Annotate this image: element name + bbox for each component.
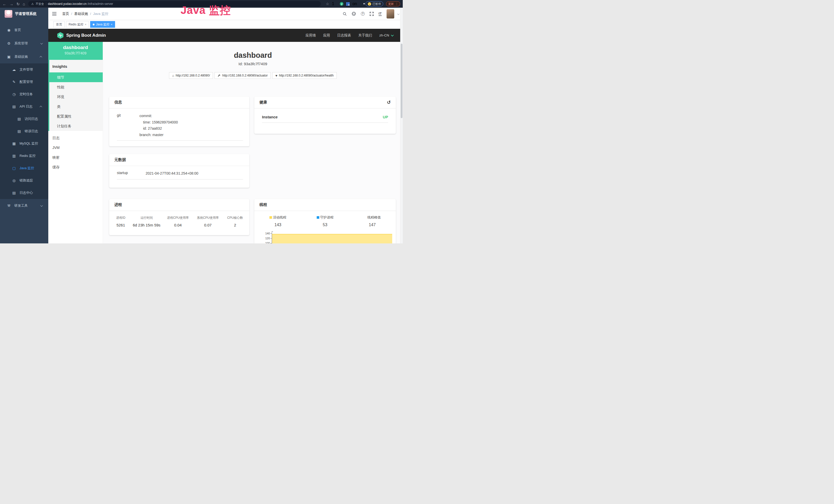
user-menu-caret-icon[interactable] bbox=[397, 13, 399, 15]
sidebar-item-file-mgmt[interactable]: ☁ 文件管理 bbox=[0, 63, 48, 76]
github-icon[interactable] bbox=[352, 12, 356, 16]
sba-menu-metrics[interactable]: 性能 bbox=[49, 82, 103, 92]
sba-sidebar: dashboard 93a3fc7f7409 Insights 细节 性能 环境… bbox=[48, 42, 103, 244]
admin-sidebar: 芋道管理系统 ◉ 首页 ⚙ 系统管理 ▣ 基础设施 ☁ 文件管理 bbox=[0, 8, 48, 244]
close-icon[interactable]: × bbox=[85, 23, 86, 26]
search-icon[interactable] bbox=[343, 12, 347, 16]
metadata-card-title: 元数据 bbox=[109, 154, 249, 166]
threads-area-fill bbox=[272, 234, 392, 244]
browser-back-icon[interactable]: ← bbox=[3, 2, 6, 6]
sba-menu-logs[interactable]: 日志 bbox=[48, 133, 103, 143]
security-label: 不安全 bbox=[36, 2, 44, 6]
sidebar-item-home[interactable]: ◉ 首页 bbox=[0, 23, 48, 37]
sidebar-item-log-center[interactable]: ▤ 日志中心 bbox=[0, 187, 48, 199]
sidebar-item-scheduled-jobs[interactable]: ◷ 定时任务 bbox=[0, 88, 48, 100]
instance-header: dashboard 93a3fc7f7409 bbox=[48, 42, 103, 60]
sidebar-item-error-log[interactable]: ▤ 错误日志 bbox=[0, 125, 48, 137]
sidebar-item-java-monitor[interactable]: ▢ Java 监控 bbox=[0, 162, 48, 174]
process-pid: 5261 bbox=[111, 223, 130, 227]
sba-nav-about[interactable]: 关于我们 bbox=[358, 33, 372, 38]
health-instance-row[interactable]: Instance UP bbox=[262, 109, 388, 123]
close-icon[interactable]: × bbox=[111, 23, 112, 26]
tag-home[interactable]: 首页 bbox=[53, 21, 65, 28]
health-card-title: 健康 ↺ bbox=[254, 96, 396, 109]
browser-reload-icon[interactable]: ↻ bbox=[17, 2, 20, 6]
extension-icon-1[interactable]: 1 bbox=[332, 2, 334, 6]
browser-update-button[interactable]: 更新 ⋮ bbox=[386, 1, 400, 6]
fullscreen-icon[interactable] bbox=[370, 12, 374, 16]
threads-chart: 140 120 100 bbox=[272, 231, 392, 244]
help-icon[interactable]: ? bbox=[361, 12, 365, 16]
bookmark-star-icon[interactable]: ☆ bbox=[326, 2, 329, 6]
sba-menu-jvm[interactable]: JVM bbox=[48, 143, 103, 153]
sba-brand[interactable]: Spring Boot Admin bbox=[57, 32, 106, 39]
sba-menu-environment[interactable]: 环境 bbox=[49, 92, 103, 102]
sba-menu-details[interactable]: 细节 bbox=[49, 72, 103, 82]
extension-icon-5[interactable]: on bbox=[352, 2, 357, 6]
info-git-row: git commit: time: 1596289704000 id: 27aa… bbox=[109, 109, 249, 138]
tags-view-bar: 首页 Redis 监控 × Java 监控 × bbox=[48, 20, 403, 29]
process-table: 进程ID 运行时间 进程CPU使用率 系统CPU使用率 CPU核心数 5261 … bbox=[109, 211, 249, 227]
browser-forward-icon[interactable]: → bbox=[9, 2, 13, 6]
service-url-link[interactable]: ⌂ http://192.168.0.2:48080/ bbox=[169, 72, 213, 79]
sba-menu-classes[interactable]: 类 bbox=[49, 102, 103, 111]
browser-menu-icon[interactable]: ⋮ bbox=[395, 2, 398, 6]
history-icon[interactable]: ↺ bbox=[387, 100, 391, 105]
breadcrumb-current: Java 监控 bbox=[93, 12, 108, 16]
sba-menu-config-props[interactable]: 配置属性 bbox=[49, 111, 103, 121]
sba-nav-applications[interactable]: 应用 bbox=[323, 33, 330, 38]
sidebar-item-access-log[interactable]: ▤ 访问日志 bbox=[0, 113, 48, 125]
sba-menu-caches[interactable]: 缓存 bbox=[48, 162, 103, 172]
metadata-value: 2021-04-27T00:44:31.254+08:00 bbox=[146, 170, 198, 177]
log-icon: ▤ bbox=[12, 105, 16, 109]
tag-java-monitor[interactable]: Java 监控 × bbox=[90, 21, 115, 28]
breadcrumb-infra[interactable]: 基础设施 bbox=[74, 12, 88, 16]
active-dot-icon bbox=[93, 24, 94, 25]
legend-swatch-yellow bbox=[269, 216, 272, 219]
legend-daemon-threads: 守护进程 53 bbox=[302, 215, 349, 227]
eye-icon: ◎ bbox=[12, 179, 16, 183]
breadcrumb-home[interactable]: 首页 bbox=[62, 12, 69, 16]
sba-nav-wallboard[interactable]: 应用墙 bbox=[305, 33, 316, 38]
extension-icon-3[interactable]: y bbox=[340, 2, 344, 6]
scrollbar-thumb[interactable] bbox=[401, 44, 402, 118]
browser-home-icon[interactable]: ⌂ bbox=[23, 2, 25, 6]
page-title: dashboard bbox=[103, 51, 403, 60]
sba-menu-mappings[interactable]: 映射 bbox=[48, 153, 103, 162]
actuator-url-link[interactable]: http://192.168.0.2:48080/actuator bbox=[215, 72, 271, 79]
profile-paused-chip[interactable]: 已暂停 bbox=[366, 1, 383, 6]
sba-nav-journal[interactable]: 日志报表 bbox=[337, 33, 351, 38]
sidebar-item-api-log[interactable]: ▤ API 日志 bbox=[0, 100, 48, 113]
home-icon: ⌂ bbox=[172, 74, 174, 77]
sba-menu-scheduled-tasks[interactable]: 计划任务 bbox=[49, 121, 103, 131]
sidebar-toggle-icon[interactable] bbox=[52, 12, 57, 16]
sidebar-item-redis-monitor[interactable]: ▥ Redis 监控 bbox=[0, 150, 48, 162]
sidebar-item-system[interactable]: ⚙ 系统管理 bbox=[0, 37, 48, 50]
sidebar-item-tracing[interactable]: ◎ 链路追踪 bbox=[0, 174, 48, 187]
monitor-icon: ▣ bbox=[7, 55, 11, 59]
url-host: dashboard.yudao.iocoder.cn bbox=[48, 2, 87, 6]
font-size-icon[interactable]: tT bbox=[379, 12, 382, 16]
health-url-link[interactable]: ♥ http://192.168.0.2:48080/actuator/heal… bbox=[272, 72, 337, 79]
app-title: 芋道管理系统 bbox=[15, 12, 37, 16]
app-logo-row[interactable]: 芋道管理系统 bbox=[0, 8, 48, 20]
peak-threads-value: 147 bbox=[349, 223, 396, 227]
address-bar[interactable]: ⚠ 不安全 dashboard.yudao.iocoder.cn /infra/… bbox=[28, 1, 321, 7]
paused-label: 已暂停 bbox=[372, 2, 381, 6]
language-selector[interactable]: zh-CN bbox=[379, 33, 393, 37]
user-avatar[interactable] bbox=[387, 9, 394, 19]
layers-icon: ▥ bbox=[12, 154, 16, 158]
sidebar-item-infra[interactable]: ▣ 基础设施 bbox=[0, 50, 48, 63]
sba-navbar: Spring Boot Admin 应用墙 应用 日志报表 关于我们 zh-CN bbox=[48, 29, 403, 42]
extension-icon-4[interactable] bbox=[346, 2, 350, 6]
sidebar-item-mysql-monitor[interactable]: ▦ MySQL 监控 bbox=[0, 137, 48, 150]
wrench-icon bbox=[218, 74, 221, 77]
monitor-icon: ▢ bbox=[12, 166, 16, 170]
tag-redis-monitor[interactable]: Redis 监控 × bbox=[66, 21, 89, 28]
sidebar-item-dev-tools[interactable]: ⚒ 研发工具 bbox=[0, 199, 48, 212]
breadcrumb: 首页 / 基础设施 / Java 监控 bbox=[62, 12, 108, 16]
insights-section: Insights 细节 性能 环境 类 配置属性 计划任务 bbox=[48, 60, 103, 131]
sidebar-item-config-mgmt[interactable]: ✎ 配置管理 bbox=[0, 76, 48, 88]
page-scrollbar[interactable] bbox=[400, 8, 403, 244]
cloud-icon: ☁ bbox=[12, 68, 16, 72]
